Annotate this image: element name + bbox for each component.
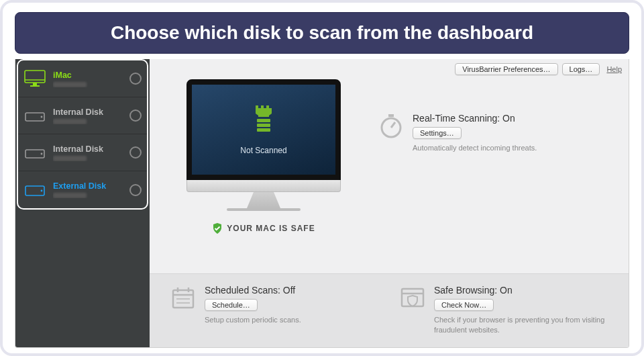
scan-radio-icon[interactable] (129, 73, 142, 85)
disk-item-imac[interactable]: iMac (18, 60, 147, 97)
stopwatch-icon (378, 113, 405, 140)
svg-point-7 (41, 153, 43, 155)
safe-browsing-feature: Safe Browsing: On Check Now… Check if yo… (399, 285, 608, 335)
disk-sidebar: iMac Internal Disk (15, 59, 150, 347)
scheduled-desc: Setup custom periodic scans. (205, 315, 379, 325)
svg-rect-0 (25, 71, 45, 83)
dashboard-window: iMac Internal Disk (15, 59, 629, 348)
disk-item-internal-2[interactable]: Internal Disk (18, 134, 147, 171)
upper-section: Not Scanned YOUR MAC IS SAFE (150, 79, 629, 240)
safety-status: YOUR MAC IS SAFE (212, 223, 315, 234)
svg-rect-2 (33, 83, 37, 85)
scan-radio-icon[interactable] (129, 184, 142, 196)
disk-list-highlight: iMac Internal Disk (17, 59, 148, 210)
svg-rect-22 (402, 289, 423, 306)
scan-status-text: Not Scanned (240, 146, 286, 155)
scheduled-title: Scheduled Scans: Off (205, 285, 379, 296)
realtime-desc: Automatically detect incoming threats. (413, 143, 608, 153)
help-link[interactable]: Help (606, 65, 622, 73)
instruction-banner: Choose which disk to scan from the dashb… (15, 12, 629, 54)
monitor-chin (186, 180, 341, 192)
svg-rect-14 (388, 114, 394, 117)
scheduled-scans-feature: Scheduled Scans: Off Schedule… Setup cus… (170, 285, 379, 335)
safebrowsing-desc: Check if your browser is preventing you … (434, 315, 608, 335)
topbar: VirusBarrier Preferences… Logs… Help (150, 59, 629, 79)
svg-rect-11 (257, 124, 270, 127)
realtime-scanning-feature: Real-Time Scanning: On Settings… Automat… (378, 113, 608, 153)
svg-point-5 (41, 116, 43, 118)
internal-disk-icon (23, 106, 46, 125)
preferences-button[interactable]: VirusBarrier Preferences… (455, 63, 557, 75)
realtime-settings-button[interactable]: Settings… (413, 127, 462, 139)
disk-label: External Disk (53, 181, 129, 191)
logs-button[interactable]: Logs… (562, 63, 600, 75)
monitor-screen: Not Scanned (186, 79, 341, 180)
internal-disk-icon (23, 143, 46, 162)
rook-icon (252, 104, 276, 136)
disk-sublabel-blurred (53, 193, 87, 198)
main-panel: VirusBarrier Preferences… Logs… Help (150, 59, 629, 347)
disk-sublabel-blurred (53, 82, 87, 87)
disk-label: Internal Disk (53, 107, 129, 118)
disk-item-internal-1[interactable]: Internal Disk (18, 97, 147, 134)
browser-shield-icon (399, 285, 426, 312)
disk-label: Internal Disk (53, 144, 129, 154)
shield-check-icon (212, 223, 223, 234)
disk-sublabel-blurred (53, 156, 87, 161)
disk-item-external[interactable]: External Disk (18, 171, 147, 208)
svg-line-15 (391, 122, 395, 128)
check-now-button[interactable]: Check Now… (434, 299, 494, 311)
calendar-icon (170, 285, 197, 312)
svg-rect-10 (257, 119, 270, 122)
scan-radio-icon[interactable] (129, 146, 142, 159)
svg-rect-12 (257, 128, 270, 132)
disk-label: iMac (53, 71, 129, 81)
realtime-column: Real-Time Scanning: On Settings… Automat… (378, 79, 608, 234)
realtime-title: Real-Time Scanning: On (413, 113, 608, 124)
safety-status-text: YOUR MAC IS SAFE (227, 224, 315, 233)
svg-point-9 (41, 189, 43, 191)
svg-rect-3 (30, 85, 40, 87)
safebrowsing-title: Safe Browsing: On (434, 285, 608, 296)
monitor-column: Not Scanned YOUR MAC IS SAFE (170, 79, 358, 234)
monitor-stand (247, 192, 280, 208)
monitor-foot (227, 208, 301, 211)
lower-section: Scheduled Scans: Off Schedule… Setup cus… (150, 273, 629, 347)
external-disk-icon (23, 181, 46, 199)
imac-icon (23, 69, 46, 88)
schedule-button[interactable]: Schedule… (205, 299, 258, 311)
scan-radio-icon[interactable] (129, 109, 142, 122)
disk-sublabel-blurred (53, 119, 87, 124)
mac-monitor-graphic: Not Scanned (186, 79, 341, 211)
